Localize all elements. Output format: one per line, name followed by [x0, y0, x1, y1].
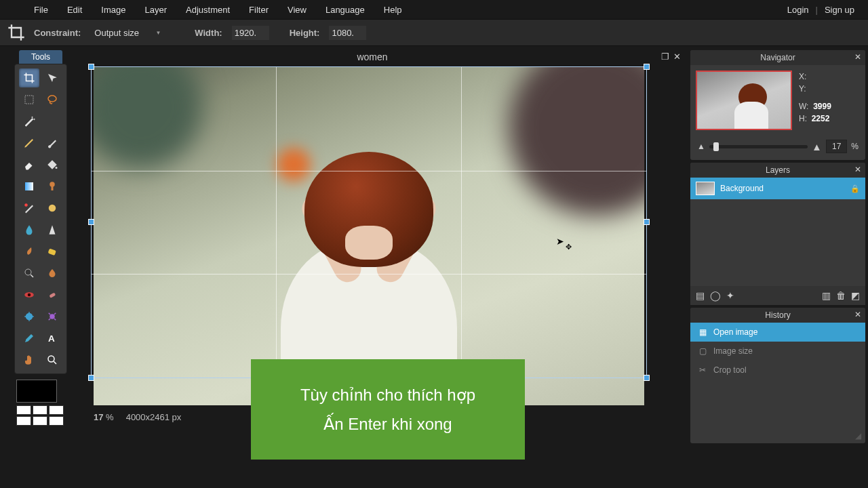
signup-link[interactable]: Sign up: [825, 5, 854, 15]
zoom-slider[interactable]: [709, 145, 808, 148]
clone-tool[interactable]: [42, 177, 62, 196]
foreground-color[interactable]: [16, 380, 57, 403]
lasso-tool[interactable]: [42, 90, 62, 109]
swatch[interactable]: [33, 416, 47, 426]
new-layer-icon[interactable]: ▥: [822, 290, 831, 301]
swatch[interactable]: [49, 416, 64, 426]
svg-rect-10: [48, 248, 56, 256]
menu-layer[interactable]: Layer: [145, 5, 167, 15]
login-link[interactable]: Login: [787, 5, 809, 15]
spot-heal-tool[interactable]: [42, 285, 62, 304]
smudge-tool[interactable]: [19, 242, 39, 261]
blur-tool[interactable]: [19, 220, 39, 239]
history-item[interactable]: ▢ Image size: [690, 342, 865, 361]
svg-point-4: [56, 167, 58, 169]
redeye-tool[interactable]: [19, 285, 39, 304]
swatch[interactable]: [16, 416, 31, 426]
lock-icon[interactable]: 🔒: [850, 184, 860, 193]
menu-view[interactable]: View: [288, 5, 307, 15]
brush-tool[interactable]: [42, 134, 62, 152]
menu-filter[interactable]: Filter: [249, 5, 269, 15]
close-icon[interactable]: ✕: [854, 165, 861, 174]
resize-handle-icon[interactable]: ◢: [855, 431, 861, 441]
tools-panel: Tools A: [0, 46, 81, 488]
svg-point-1: [48, 96, 56, 102]
navigator-thumbnail[interactable]: [696, 70, 792, 130]
restore-icon[interactable]: ❐: [661, 52, 669, 62]
more-icon[interactable]: ◩: [851, 290, 860, 301]
close-icon[interactable]: ✕: [854, 310, 861, 319]
pencil-tool[interactable]: [19, 134, 39, 152]
swatch[interactable]: [16, 405, 31, 415]
menu-edit[interactable]: Edit: [67, 5, 82, 15]
layer-mask-icon[interactable]: ◯: [710, 290, 721, 301]
history-item[interactable]: ✂ Crop tool: [690, 361, 865, 380]
menu-help[interactable]: Help: [384, 5, 402, 15]
width-input[interactable]: 1920.: [232, 26, 269, 40]
layer-name: Background: [720, 184, 764, 193]
close-icon[interactable]: ✕: [854, 52, 861, 62]
nav-x-label: X:: [799, 72, 806, 81]
right-panels: Navigator✕ X: Y: W: 3999 H: 2252 ▲ ▲ 17: [690, 46, 868, 488]
menu-language[interactable]: Language: [326, 5, 365, 15]
swatch[interactable]: [33, 405, 47, 415]
replace-color-tool[interactable]: [19, 199, 39, 218]
zoom-tool[interactable]: [42, 350, 62, 369]
svg-point-9: [49, 205, 56, 212]
pinch-tool[interactable]: [42, 307, 62, 326]
constraint-dropdown[interactable]: Output size: [90, 26, 165, 40]
swatch[interactable]: [49, 405, 64, 415]
zoom-out-icon[interactable]: ▲: [697, 142, 705, 151]
picker-tool[interactable]: [19, 329, 39, 348]
nav-zoom-value[interactable]: 17: [826, 140, 847, 153]
history-label: Image size: [713, 346, 753, 356]
close-icon[interactable]: ✕: [673, 52, 681, 62]
svg-point-3: [34, 119, 35, 120]
gradient-tool[interactable]: [19, 177, 39, 196]
marquee-tool[interactable]: [19, 90, 39, 109]
layer-fx-icon[interactable]: ✦: [726, 290, 734, 301]
history-label: Open image: [713, 327, 757, 337]
layer-row[interactable]: Background 🔒: [690, 178, 865, 199]
eraser-tool[interactable]: [19, 155, 39, 174]
svg-rect-7: [52, 186, 54, 190]
height-input[interactable]: 1080.: [329, 26, 366, 40]
crop-handle[interactable]: [644, 219, 650, 225]
sharpen-tool[interactable]: [42, 220, 62, 239]
svg-rect-5: [25, 182, 33, 190]
history-item[interactable]: ▦ Open image: [690, 323, 865, 342]
svg-point-18: [48, 356, 54, 362]
menu-file[interactable]: File: [34, 5, 48, 15]
wand-tool[interactable]: [19, 112, 39, 131]
bucket-tool[interactable]: [42, 155, 62, 174]
crop-handle[interactable]: [644, 64, 650, 70]
open-image-icon: ▦: [697, 327, 708, 338]
menu-adjustment[interactable]: Adjustment: [186, 5, 230, 15]
options-bar: Constraint: Output size Width: 1920. Hei…: [0, 19, 868, 46]
delete-layer-icon[interactable]: 🗑: [836, 290, 846, 301]
layer-settings-icon[interactable]: ▤: [696, 290, 705, 301]
crop-handle[interactable]: [88, 64, 94, 70]
constraint-label: Constraint:: [34, 28, 81, 38]
color-swatches[interactable]: [16, 380, 65, 426]
sponge-tool[interactable]: [42, 242, 62, 261]
nav-y-label: Y:: [799, 84, 806, 94]
crop-handle[interactable]: [88, 219, 94, 225]
crop-handle[interactable]: [644, 375, 650, 381]
history-panel: History✕ ▦ Open image ▢ Image size ✂ Cro…: [690, 308, 865, 443]
move-tool[interactable]: [42, 68, 62, 87]
crop-handle[interactable]: [88, 375, 94, 381]
burn-tool[interactable]: [42, 264, 62, 283]
zoom-in-icon[interactable]: ▲: [812, 141, 822, 152]
hand-tool[interactable]: [19, 350, 39, 369]
svg-point-13: [28, 293, 31, 297]
type-tool[interactable]: A: [42, 329, 62, 348]
tip-line2: Ấn Enter khi xong: [323, 409, 452, 439]
crop-tool[interactable]: [19, 68, 39, 87]
draw-tool[interactable]: [42, 199, 62, 218]
bloat-tool[interactable]: [19, 307, 39, 326]
dodge-tool[interactable]: [19, 264, 39, 283]
menu-image[interactable]: Image: [101, 5, 125, 15]
navigator-panel: Navigator✕ X: Y: W: 3999 H: 2252 ▲ ▲ 17: [690, 50, 865, 160]
crop-overlay[interactable]: [91, 66, 647, 378]
